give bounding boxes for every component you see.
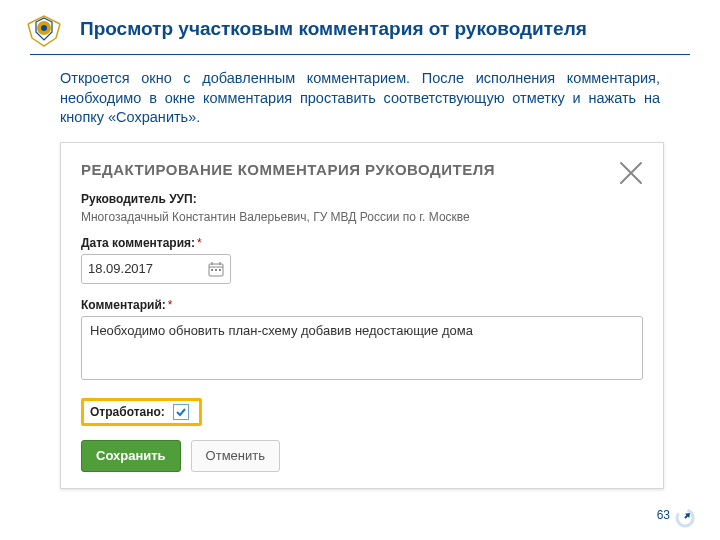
calendar-icon[interactable] xyxy=(208,261,224,277)
dialog-title: РЕДАКТИРОВАНИЕ КОММЕНТАРИЯ РУКОВОДИТЕЛЯ xyxy=(81,161,643,178)
supervisor-label: Руководитель УУП: xyxy=(81,192,643,206)
edit-comment-dialog: РЕДАКТИРОВАНИЕ КОММЕНТАРИЯ РУКОВОДИТЕЛЯ … xyxy=(60,142,664,489)
date-input[interactable]: 18.09.2017 xyxy=(81,254,231,284)
check-icon xyxy=(175,406,187,418)
mvd-emblem-icon xyxy=(22,10,66,54)
done-label: Отработано: xyxy=(90,405,165,419)
page-title: Просмотр участковым комментария от руков… xyxy=(80,18,690,40)
svg-rect-6 xyxy=(211,269,213,271)
comment-textarea[interactable] xyxy=(81,316,643,380)
supervisor-value: Многозадачный Константин Валерьевич, ГУ … xyxy=(81,210,643,224)
intro-paragraph: Откроется окно с добавленным комментарие… xyxy=(60,69,660,128)
required-mark: * xyxy=(197,236,202,250)
date-value: 18.09.2017 xyxy=(88,261,153,276)
page-number: 63 xyxy=(657,508,670,522)
svg-rect-7 xyxy=(215,269,217,271)
svg-point-1 xyxy=(41,25,47,31)
svg-rect-8 xyxy=(219,269,221,271)
date-label: Дата комментария:* xyxy=(81,236,643,250)
done-checkbox[interactable] xyxy=(173,404,189,420)
required-mark: * xyxy=(168,298,173,312)
page-arrow-icon xyxy=(675,508,695,528)
comment-label: Комментарий:* xyxy=(81,298,643,312)
header-divider xyxy=(30,54,690,55)
done-checkbox-group: Отработано: xyxy=(81,398,202,426)
close-icon[interactable] xyxy=(617,159,645,187)
save-button[interactable]: Сохранить xyxy=(81,440,181,472)
cancel-button[interactable]: Отменить xyxy=(191,440,280,472)
